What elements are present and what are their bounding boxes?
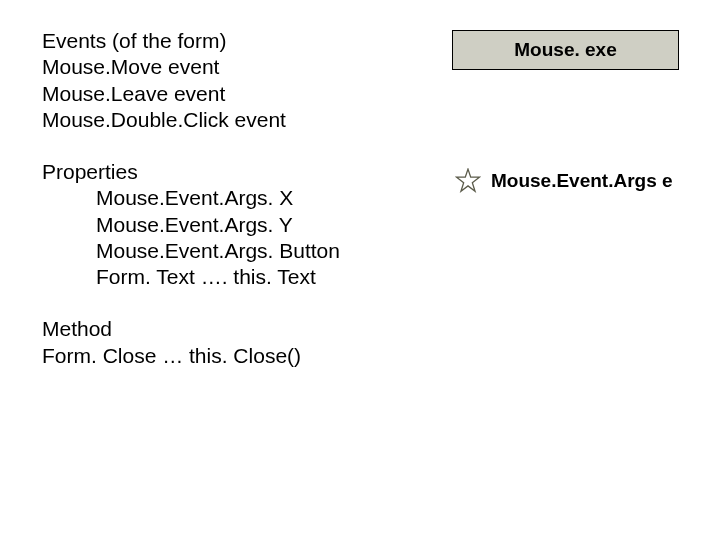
properties-item: Mouse.Event.Args. Button: [42, 238, 422, 264]
left-column: Events (of the form) Mouse.Move event Mo…: [42, 28, 422, 395]
star-label: Mouse.Event.Args e: [491, 170, 673, 192]
svg-marker-0: [457, 169, 480, 191]
exe-label: Mouse. exe: [514, 39, 616, 61]
properties-block: Properties Mouse.Event.Args. X Mouse.Eve…: [42, 159, 422, 290]
events-heading: Events (of the form): [42, 28, 422, 54]
method-block: Method Form. Close … this. Close(): [42, 316, 422, 369]
events-item: Mouse.Leave event: [42, 81, 422, 107]
method-heading: Method: [42, 316, 422, 342]
star-annotation: Mouse.Event.Args e: [455, 168, 673, 194]
events-item: Mouse.Double.Click event: [42, 107, 422, 133]
star-icon: [455, 168, 481, 194]
properties-heading: Properties: [42, 159, 422, 185]
events-item: Mouse.Move event: [42, 54, 422, 80]
method-line: Form. Close … this. Close(): [42, 343, 422, 369]
slide: Events (of the form) Mouse.Move event Mo…: [0, 0, 720, 540]
exe-box: Mouse. exe: [452, 30, 679, 70]
events-block: Events (of the form) Mouse.Move event Mo…: [42, 28, 422, 133]
properties-item: Mouse.Event.Args. X: [42, 185, 422, 211]
properties-item: Mouse.Event.Args. Y: [42, 212, 422, 238]
properties-item: Form. Text …. this. Text: [42, 264, 422, 290]
